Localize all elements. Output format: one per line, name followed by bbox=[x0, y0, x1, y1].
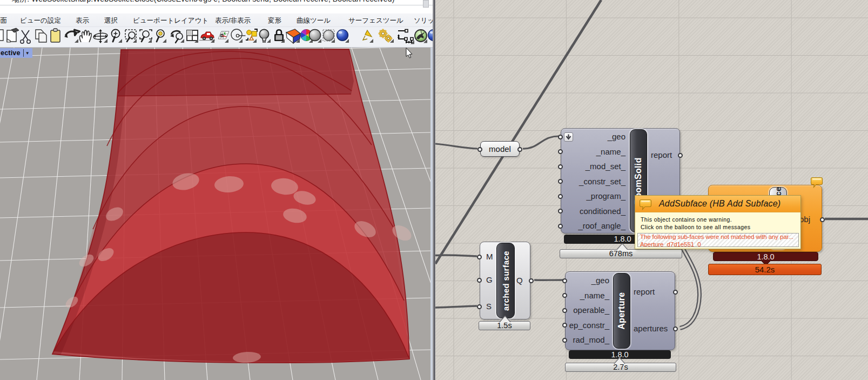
tab-transform[interactable]: 変形 bbox=[268, 14, 281, 27]
copy-icon[interactable] bbox=[36, 30, 46, 42]
notify-cone-icon[interactable] bbox=[363, 30, 373, 43]
component-arched-surface[interactable]: M G S arched surface Q bbox=[480, 242, 530, 319]
model-output-grip[interactable] bbox=[517, 147, 522, 152]
port-label[interactable]: operable_ bbox=[566, 305, 609, 315]
command-separator bbox=[0, 5, 433, 5]
port-label[interactable]: Q bbox=[516, 276, 523, 285]
aperture-capsule[interactable]: Aperture bbox=[613, 273, 630, 349]
room-solid-grip-report[interactable] bbox=[678, 153, 683, 158]
dimension-icon[interactable] bbox=[398, 30, 414, 44]
port-label[interactable]: _program_ bbox=[561, 191, 625, 201]
room-solid-runtime-tail bbox=[616, 243, 629, 250]
smarttrack-icon[interactable] bbox=[246, 29, 257, 43]
render-sphere-partial-icon[interactable] bbox=[428, 30, 433, 41]
zoom-selected-icon[interactable] bbox=[157, 30, 166, 43]
rhino-viewport[interactable]: ective ▼ bbox=[0, 48, 430, 380]
zoom-extents-icon[interactable] bbox=[140, 30, 152, 43]
tooltip-title: AddSubface (HB Add Subface) bbox=[659, 199, 780, 209]
render-globe-icon[interactable] bbox=[415, 30, 427, 43]
warning-balloon-icon[interactable] bbox=[811, 177, 823, 188]
port-label[interactable]: apertures bbox=[634, 324, 668, 334]
rendered-sphere-icon[interactable] bbox=[337, 30, 349, 43]
port-label[interactable]: _mod_set_ bbox=[561, 162, 625, 171]
viewport-title-label: ective bbox=[1, 49, 21, 57]
arched-surface-grip-q[interactable] bbox=[529, 278, 534, 283]
tab-viewport-layout[interactable]: ビューポートレイアウト bbox=[133, 14, 208, 27]
port-label[interactable]: ep_constr_ bbox=[566, 321, 609, 330]
aperture-runtime-bar: 2.7s bbox=[565, 363, 676, 372]
aperture-grip-report[interactable] bbox=[673, 290, 678, 295]
aperture-grip-apertures[interactable] bbox=[673, 326, 678, 331]
port-label[interactable]: report bbox=[634, 287, 655, 297]
viewport-title[interactable]: ective ▼ bbox=[0, 48, 32, 58]
room-solid-runtime-bar: 678ms bbox=[560, 249, 682, 258]
undo-icon[interactable] bbox=[64, 30, 80, 43]
arched-surface-grip-s[interactable] bbox=[477, 304, 482, 309]
car-icon[interactable] bbox=[199, 32, 215, 43]
port-label[interactable]: _name_ bbox=[561, 147, 625, 157]
ghosted-sphere-icon[interactable] bbox=[323, 30, 335, 43]
viewport-title-dropdown-icon[interactable]: ▼ bbox=[25, 51, 31, 56]
zoom-in-icon[interactable] bbox=[112, 30, 123, 43]
rotate-view-icon[interactable] bbox=[93, 29, 107, 43]
arched-surface-capsule[interactable]: arched surface bbox=[496, 243, 515, 318]
arched-surface-grip-m[interactable] bbox=[477, 255, 482, 259]
aperture-runtime-tail bbox=[613, 357, 626, 364]
arched-surface-runtime-tail bbox=[499, 315, 512, 322]
viewport-layout-icon[interactable] bbox=[187, 30, 198, 43]
command-scrollbar[interactable] bbox=[423, 0, 429, 8]
wire-into-s[interactable] bbox=[435, 306, 477, 308]
tooltip-warning-line1: The following sub-faces were not matched… bbox=[640, 234, 796, 241]
port-label[interactable]: _geo bbox=[561, 132, 625, 142]
port-label[interactable]: conditioned_ bbox=[561, 206, 625, 216]
port-label[interactable]: _constr_set_ bbox=[561, 177, 625, 186]
cut-icon[interactable] bbox=[21, 30, 30, 43]
model-input-grip[interactable] bbox=[477, 147, 482, 152]
tooltip-warning-box: The following sub-faces were not matched… bbox=[637, 233, 799, 247]
file-partial-icon[interactable] bbox=[0, 30, 3, 41]
grasshopper-canvas[interactable]: model _geo _name_ _mod_set_ _constr_set_… bbox=[435, 0, 868, 380]
rhino-toolbar bbox=[0, 27, 433, 48]
model-panel[interactable]: model bbox=[480, 141, 520, 157]
tab-cplanes[interactable]: 作業平面 bbox=[0, 14, 7, 27]
tooltip-message-line1: This object contains one warning. bbox=[641, 216, 732, 223]
open-file-icon[interactable] bbox=[7, 28, 19, 42]
component-aperture[interactable]: _geo _name_ operable_ ep_constr_ rad_mod… bbox=[565, 271, 675, 350]
port-label[interactable]: _name_ bbox=[566, 291, 609, 301]
vault-3d-object[interactable] bbox=[52, 49, 414, 363]
record-history-bulb-icon[interactable] bbox=[259, 29, 271, 43]
tab-view-settings[interactable]: ビューの設定 bbox=[20, 14, 61, 27]
port-label[interactable]: G bbox=[486, 275, 493, 285]
port-label[interactable]: obj bbox=[799, 215, 810, 224]
port-label[interactable]: rad_mod_ bbox=[566, 335, 609, 345]
tab-curve-tools[interactable]: 曲線ツール bbox=[297, 14, 331, 27]
tab-display[interactable]: 表示 bbox=[76, 14, 89, 27]
command-history-text: 場所: WebSocketSharp.WebSocket.Close(Close… bbox=[12, 0, 394, 3]
zoom-window-icon[interactable] bbox=[125, 30, 137, 43]
undo-view-icon[interactable] bbox=[170, 31, 184, 43]
add-subface-grip-obj[interactable] bbox=[820, 217, 825, 222]
osnap-circle-icon[interactable] bbox=[231, 29, 246, 43]
tab-visibility[interactable]: 表示/非表示 bbox=[215, 14, 251, 27]
tab-solid-tools[interactable]: ソリッドツール bbox=[414, 14, 433, 27]
port-label[interactable]: _roof_angle_ bbox=[561, 221, 625, 231]
cplane-icon[interactable] bbox=[218, 31, 229, 43]
port-label[interactable]: M bbox=[486, 252, 493, 262]
pan-hand-icon[interactable] bbox=[80, 30, 92, 42]
wire-into-model[interactable] bbox=[435, 144, 477, 149]
port-label[interactable]: _geo bbox=[566, 276, 609, 285]
tooltip-message-line2: Click on the balloon to see all messages bbox=[641, 224, 750, 230]
port-label[interactable]: report bbox=[651, 150, 672, 160]
arched-surface-grip-g[interactable] bbox=[477, 278, 482, 283]
lock-icon[interactable] bbox=[274, 30, 285, 43]
add-subface-runtime-bar: 54.2s bbox=[708, 264, 822, 275]
tab-select[interactable]: 選択 bbox=[104, 14, 118, 27]
display-mode-wedge-icon[interactable] bbox=[286, 29, 300, 43]
wire-model-to-geo[interactable] bbox=[523, 136, 559, 149]
options-gears-icon[interactable] bbox=[379, 29, 394, 43]
wire-into-m[interactable] bbox=[435, 255, 477, 256]
paste-icon[interactable] bbox=[51, 29, 60, 42]
command-area[interactable]: 場所: WebSocketSharp.WebSocket.Close(Close… bbox=[0, 0, 433, 13]
port-label[interactable]: S bbox=[486, 302, 492, 311]
tab-surface-tools[interactable]: サーフェスツール bbox=[348, 14, 403, 27]
